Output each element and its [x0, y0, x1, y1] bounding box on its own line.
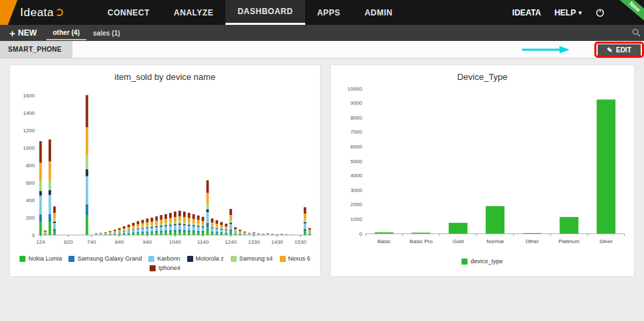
svg-text:1240: 1240 [225, 239, 237, 245]
svg-text:1600: 1600 [23, 93, 35, 99]
power-icon[interactable] [595, 7, 605, 17]
svg-text:800: 800 [26, 163, 36, 169]
legend-item[interactable]: Iphone4 [150, 265, 180, 271]
legend-item[interactable]: Karbonn [148, 255, 180, 262]
svg-text:840: 840 [115, 239, 124, 245]
svg-text:0: 0 [360, 231, 363, 237]
legend-swatch [231, 256, 237, 262]
svg-text:Platinum: Platinum [559, 238, 580, 244]
dashboard-tab-bar: SMART_PHONE ✎ EDIT [0, 41, 644, 58]
svg-text:Basic: Basic [378, 238, 391, 244]
new-dashboard-button[interactable]: + NEW [0, 28, 46, 39]
help-menu[interactable]: HELP ▾ [554, 8, 582, 17]
legend-item[interactable]: Samsung Galaxy Grand [68, 255, 142, 262]
legend-item[interactable]: device_type [462, 258, 502, 265]
svg-text:Normal: Normal [486, 238, 504, 244]
item-sold-chart: 0200400600800100012001400160012462074084… [10, 83, 320, 250]
svg-text:1140: 1140 [197, 239, 209, 245]
svg-text:940: 940 [143, 239, 152, 245]
svg-text:10000: 10000 [347, 86, 363, 92]
plus-icon: + [9, 28, 15, 39]
new-button-label: NEW [18, 28, 37, 38]
svg-text:6000: 6000 [350, 144, 362, 150]
chevron-down-icon: ▾ [578, 9, 582, 16]
dashboard-toolbar: + NEW other (4) sales (1) [0, 25, 644, 41]
legend-swatch [68, 256, 74, 262]
nav-item-dashboard[interactable]: DASHBOARD [225, 0, 305, 25]
legend-label: Motorola z [196, 255, 224, 262]
account-label[interactable]: IDEATA [513, 8, 541, 17]
logo[interactable]: Ideata [20, 0, 63, 25]
legend-item[interactable]: Motorola z [187, 255, 224, 262]
nav-item-connect[interactable]: CONNECT [95, 0, 162, 25]
legend-label: Samsung s4 [239, 255, 273, 262]
item-sold-chart-title: item_sold by device name [10, 72, 320, 82]
svg-text:Basic Pro: Basic Pro [410, 238, 433, 244]
edit-highlight-box: ✎ EDIT [594, 42, 644, 58]
svg-text:9000: 9000 [350, 100, 362, 106]
legend-label: Samsung Galaxy Grand [77, 255, 142, 262]
tab-other[interactable]: other (4) [46, 26, 87, 40]
svg-text:1400: 1400 [23, 110, 35, 116]
legend-swatch [462, 259, 468, 265]
header-right: IDEATA HELP ▾ [513, 0, 605, 25]
legend-label: device_type [470, 258, 502, 265]
nav-item-apps[interactable]: APPS [305, 0, 353, 25]
logo-stripe [0, 0, 17, 25]
svg-text:1000: 1000 [350, 216, 362, 222]
legend-label: Nokia Lumia [28, 255, 62, 262]
svg-text:1040: 1040 [169, 239, 181, 245]
main-nav: CONNECT ANALYZE DASHBOARD APPS ADMIN [95, 0, 405, 25]
legend-swatch [148, 256, 154, 262]
legend-label: Iphone4 [158, 265, 180, 271]
legend-swatch [19, 256, 25, 262]
svg-text:7000: 7000 [350, 129, 362, 135]
pencil-icon: ✎ [607, 46, 612, 54]
nav-item-analyze[interactable]: ANALYZE [162, 0, 225, 25]
svg-text:8000: 8000 [350, 115, 362, 121]
edit-button[interactable]: ✎ EDIT [598, 44, 641, 56]
tab-smart-phone[interactable]: SMART_PHONE [0, 41, 72, 58]
svg-text:2000: 2000 [350, 201, 362, 208]
legend-swatch [187, 256, 193, 262]
svg-text:Gold: Gold [452, 238, 464, 244]
legend-item[interactable]: Nokia Lumia [19, 255, 62, 262]
new-ribbon[interactable]: New [612, 0, 644, 25]
legend-swatch [280, 256, 286, 262]
legend-label: Nexus 6 [288, 255, 311, 262]
help-label: HELP [554, 8, 576, 17]
top-nav-bar: Ideata CONNECT ANALYZE DASHBOARD APPS AD… [0, 0, 644, 25]
svg-text:Silver: Silver [599, 238, 612, 244]
edit-button-label: EDIT [616, 46, 631, 54]
legend-label: Karbonn [157, 255, 180, 262]
svg-text:0: 0 [32, 232, 36, 238]
nav-item-admin[interactable]: ADMIN [352, 0, 405, 25]
panel-item-sold: item_sold by device name 020040060080010… [9, 64, 321, 277]
svg-text:1430: 1430 [271, 239, 283, 245]
svg-text:3000: 3000 [350, 187, 362, 193]
legend-swatch [150, 265, 156, 271]
search-icon[interactable] [631, 28, 641, 40]
legend-item[interactable]: Nexus 6 [280, 255, 311, 262]
legend-item[interactable]: Samsung s4 [231, 255, 273, 262]
device-type-chart: 0100020003000400050006000700080009000100… [331, 83, 634, 253]
logo-swirl-icon [56, 9, 63, 16]
ribbon-label: New [628, 0, 642, 13]
svg-text:Other: Other [525, 238, 539, 244]
svg-text:400: 400 [26, 197, 36, 203]
logo-text: Ideata [20, 6, 54, 19]
svg-text:200: 200 [26, 215, 36, 221]
svg-text:620: 620 [64, 239, 73, 245]
svg-text:5000: 5000 [350, 158, 362, 165]
panel-device-type: Device_Type 0100020003000400050006000700… [330, 64, 635, 277]
item-sold-legend: Nokia LumiaSamsung Galaxy GrandKarbonnMo… [10, 255, 320, 271]
svg-text:740: 740 [87, 239, 97, 245]
svg-text:1000: 1000 [23, 145, 35, 151]
svg-text:4000: 4000 [350, 173, 362, 179]
svg-text:1530: 1530 [294, 239, 307, 245]
svg-text:1330: 1330 [248, 239, 260, 245]
svg-text:1200: 1200 [23, 128, 35, 134]
dashboard-canvas: item_sold by device name 020040060080010… [0, 58, 644, 277]
tab-sales[interactable]: sales (1) [87, 27, 127, 40]
device-type-chart-title: Device_Type [331, 72, 634, 82]
